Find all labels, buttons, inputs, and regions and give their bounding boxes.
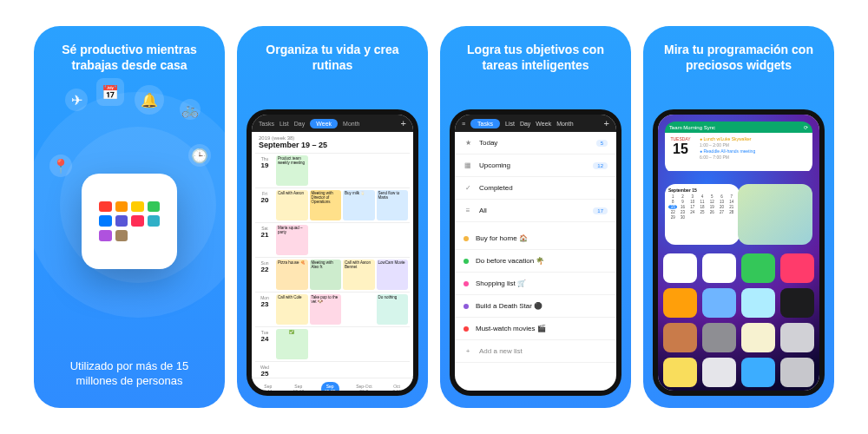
event[interactable]: Product team weekly meeting [276,155,308,186]
task-list-item[interactable]: Must-watch movies 🎬 [455,318,616,340]
calendar-tabbar: Tasks List Day Week Month + [252,115,413,132]
widget-header-title: Team Morning Sync [669,125,715,130]
plus-icon: + [464,347,472,355]
event[interactable]: Call with Aaron Bennet [343,260,375,290]
tab-month[interactable]: Month [556,121,573,127]
app-icon[interactable] [702,323,736,352]
event[interactable]: Maria squad – party [276,225,308,255]
task-list-item[interactable]: Do before vacation 🌴 [455,250,616,273]
event[interactable]: Buy milk 🥛 [343,190,375,220]
app-icon[interactable] [741,358,775,387]
tab-tasks[interactable]: Tasks [259,121,274,127]
widget-calendar-large[interactable]: Team Morning Sync ⟳ Tuesday 15 ● Lunch w… [665,122,812,174]
event[interactable]: Send flow to Maria [377,190,409,220]
event[interactable]: Call with Cole [276,294,308,325]
phone-mock-widgets: Team Morning Sync ⟳ Tuesday 15 ● Lunch w… [653,109,825,396]
event[interactable]: Call with Aaron [276,190,308,220]
event[interactable]: Meeting with Alex fr. [310,260,342,290]
app-icon[interactable] [663,253,697,283]
app-tile [82,174,177,269]
promo-panel-4: Mira tu programación con preciosos widge… [643,26,834,408]
task-list-item[interactable]: Buy for home 🏠 [455,227,616,250]
app-icon[interactable] [663,288,697,318]
app-icon[interactable] [663,323,697,352]
week-nav-item[interactable]: Sep5-11 [260,382,276,391]
week-nav-item[interactable]: Oct3-10 [389,382,404,391]
phone-mock-tasks: ≡ Tasks List Day Week Month + ★ Today 5 … [450,109,621,396]
week-nav-item[interactable]: Sep12-18 [289,382,307,391]
widget-day-num: 15 [668,141,693,157]
app-icon[interactable] [780,358,814,387]
filter-today[interactable]: ★ Today 5 [455,132,616,155]
app-icon[interactable] [702,288,736,318]
app-icon[interactable] [780,253,814,283]
tab-day[interactable]: Day [294,121,305,127]
task-list-item[interactable]: Build a Death Star ⚫ [455,295,616,318]
app-icon[interactable] [741,288,775,318]
headline-1: Sé productivo mientras trabajas desde ca… [43,42,216,73]
headline-4: Mira tu programación con preciosos widge… [652,42,825,73]
filter-completed[interactable]: ✓ Completed [455,177,616,200]
app-icon[interactable] [780,323,814,352]
app-icon[interactable] [663,358,697,387]
tab-week[interactable]: Week [536,121,551,127]
list-icon: ≡ [464,207,472,214]
color-dot [464,281,469,286]
tab-week[interactable]: Week [310,119,338,128]
app-icon[interactable] [702,358,736,387]
tab-menu-icon[interactable]: ≡ [462,121,465,127]
tab-tasks[interactable]: Tasks [470,119,500,128]
widget-map[interactable] [738,184,812,245]
promo-panel-2: Organiza tu vida y crea rutinas Tasks Li… [237,26,428,408]
event[interactable]: Meeting with Director of Operations [310,190,342,220]
check-icon: ✓ [464,184,472,192]
subline-1: Utilizado por más de 15 millones de pers… [43,358,216,396]
color-dot [464,259,469,264]
promo-panel-3: Logra tus objetivos con tareas inteligen… [440,26,631,408]
tasks-tabbar: ≡ Tasks List Day Week Month + [455,115,616,132]
sync-icon: ⟳ [804,124,808,130]
promo-panel-1: Sé productivo mientras trabajas desde ca… [34,26,225,408]
tab-month[interactable]: Month [343,121,359,127]
event[interactable]: Do nothing [377,294,409,325]
phone-mock-calendar: Tasks List Day Week Month + 2019 (week 3… [247,109,418,396]
task-list-item[interactable]: Shopping list 🛒 [455,273,616,295]
week-nav-item-active[interactable]: Sep19-25 [321,382,339,391]
color-dot [464,304,469,309]
app-icon-illustration: ✈ 📅 🔔 🚲 📍 🕒 [43,83,216,358]
tab-list[interactable]: List [505,121,515,127]
headline-3: Logra tus objetivos con tareas inteligen… [449,42,622,73]
filter-upcoming[interactable]: ▦ Upcoming 12 [455,155,616,177]
app-icon[interactable] [780,288,814,318]
week-nav: Sep5-11 Sep12-18 Sep19-25 Sep-Oct26-2 Oc… [252,378,413,391]
filter-all[interactable]: ≡ All 17 [455,200,616,222]
headline-2: Organiza tu vida y crea rutinas [246,42,419,73]
event[interactable]: LowCam Movie [377,260,409,290]
calendar-icon: ▦ [464,161,472,169]
event[interactable]: ✅ [276,329,308,359]
add-list-button[interactable]: + Add a new list [455,340,616,363]
app-icon[interactable] [741,323,775,352]
home-app-grid [663,253,814,387]
add-task-button[interactable]: + [604,118,609,128]
color-dot [464,236,469,241]
app-icon[interactable] [702,253,736,283]
week-grid: Thu19 Product team weekly meeting Fri20 … [252,153,413,378]
event[interactable]: Pizza house 🍕 [276,260,308,290]
tab-day[interactable]: Day [520,121,530,127]
widget-month[interactable]: September 15 123456789101112131415161718… [665,184,740,245]
star-icon: ★ [464,139,472,147]
tab-list[interactable]: List [279,121,289,127]
event[interactable]: Take pop to the vet 🐶 [310,294,342,325]
add-event-button[interactable]: + [401,118,406,128]
app-icon[interactable] [741,253,775,283]
week-range: September 19 – 25 [259,141,406,149]
week-nav-item[interactable]: Sep-Oct26-2 [352,382,375,391]
color-dot [464,326,469,332]
